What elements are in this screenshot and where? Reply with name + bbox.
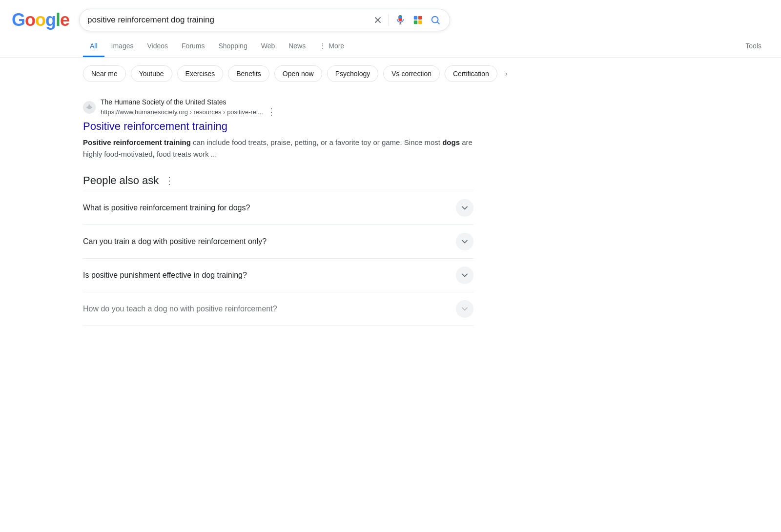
paa-item-4[interactable]: How do you teach a dog no with positive … — [83, 292, 473, 326]
chip-certification[interactable]: Certification — [445, 65, 497, 82]
paa-options-icon[interactable]: ⋮ — [164, 175, 174, 186]
image-search-button[interactable] — [411, 14, 424, 26]
tab-web[interactable]: Web — [254, 36, 282, 57]
search-divider — [389, 14, 389, 26]
tab-news[interactable]: News — [282, 36, 312, 57]
voice-search-button[interactable] — [394, 14, 407, 26]
paa-question-1: What is positive reinforcement training … — [83, 204, 250, 212]
result-site-name: The Humane Society of the United States — [101, 98, 276, 106]
svg-rect-2 — [414, 20, 417, 24]
paa-item-1[interactable]: What is positive reinforcement training … — [83, 191, 473, 225]
tab-tools[interactable]: Tools — [739, 36, 781, 57]
paa-question-4: How do you teach a dog no with positive … — [83, 305, 277, 313]
paa-item-3[interactable]: Is positive punishment effective in dog … — [83, 259, 473, 292]
paa-expand-icon-1 — [456, 199, 473, 217]
chip-psychology[interactable]: Psychology — [327, 65, 379, 82]
search-button[interactable] — [429, 14, 442, 26]
close-icon — [373, 15, 383, 25]
svg-rect-0 — [414, 16, 417, 20]
svg-point-9 — [86, 107, 88, 108]
nav-tabs: All Images Videos Forums Shopping Web Ne… — [0, 36, 781, 58]
clear-button[interactable] — [372, 14, 384, 26]
result-url: https://www.humanesociety.org › resource… — [101, 108, 263, 116]
tab-all[interactable]: All — [83, 36, 104, 57]
svg-point-7 — [89, 104, 90, 106]
chip-benefits[interactable]: Benefits — [228, 65, 269, 82]
search-input[interactable] — [87, 15, 367, 25]
chip-open-now[interactable]: Open now — [274, 65, 322, 82]
chips-next-arrow[interactable]: › — [505, 70, 508, 78]
paa-expand-icon-2 — [456, 233, 473, 250]
chip-exercises[interactable]: Exercises — [177, 65, 224, 82]
result-source-info: The Humane Society of the United States … — [101, 98, 276, 117]
more-dots-icon: ⋮ — [319, 42, 326, 50]
chip-vs-correction[interactable]: Vs correction — [383, 65, 440, 82]
result-source: The Humane Society of the United States … — [83, 98, 478, 117]
paa-title: People also ask — [83, 174, 159, 187]
result-favicon — [83, 101, 96, 114]
paa-question-2: Can you train a dog with positive reinfo… — [83, 237, 267, 246]
paa-expand-icon-3 — [456, 266, 473, 284]
main-content: The Humane Society of the United States … — [0, 90, 478, 326]
result-snippet: Positive reinforcement training can incl… — [83, 137, 473, 160]
tab-videos[interactable]: Videos — [140, 36, 175, 57]
search-bar-container — [79, 9, 450, 31]
chip-near-me[interactable]: Near me — [83, 65, 126, 82]
result-url-row: https://www.humanesociety.org › resource… — [101, 106, 276, 117]
tab-forums[interactable]: Forums — [175, 36, 211, 57]
google-logo[interactable]: Google — [12, 10, 69, 30]
tab-images[interactable]: Images — [104, 36, 141, 57]
paa-header: People also ask ⋮ — [83, 174, 473, 187]
tab-more[interactable]: ⋮ More — [312, 36, 351, 57]
result-options-icon[interactable]: ⋮ — [267, 106, 276, 117]
chips-row: Near me Youtube Exercises Benefits Open … — [0, 58, 781, 90]
paa-item-2[interactable]: Can you train a dog with positive reinfo… — [83, 225, 473, 259]
search-result: The Humane Society of the United States … — [83, 98, 478, 160]
search-bar — [79, 9, 450, 31]
header: Google — [0, 0, 781, 36]
people-also-ask-section: People also ask ⋮ What is positive reinf… — [83, 174, 473, 326]
svg-rect-3 — [418, 20, 422, 24]
svg-rect-1 — [418, 16, 422, 20]
svg-point-8 — [91, 107, 92, 108]
paa-expand-icon-4 — [456, 300, 473, 318]
svg-point-6 — [87, 105, 91, 109]
chip-youtube[interactable]: Youtube — [131, 65, 172, 82]
tab-shopping[interactable]: Shopping — [212, 36, 254, 57]
search-icons — [372, 14, 442, 26]
paa-question-3: Is positive punishment effective in dog … — [83, 271, 247, 280]
result-title[interactable]: Positive reinforcement training — [83, 119, 478, 134]
